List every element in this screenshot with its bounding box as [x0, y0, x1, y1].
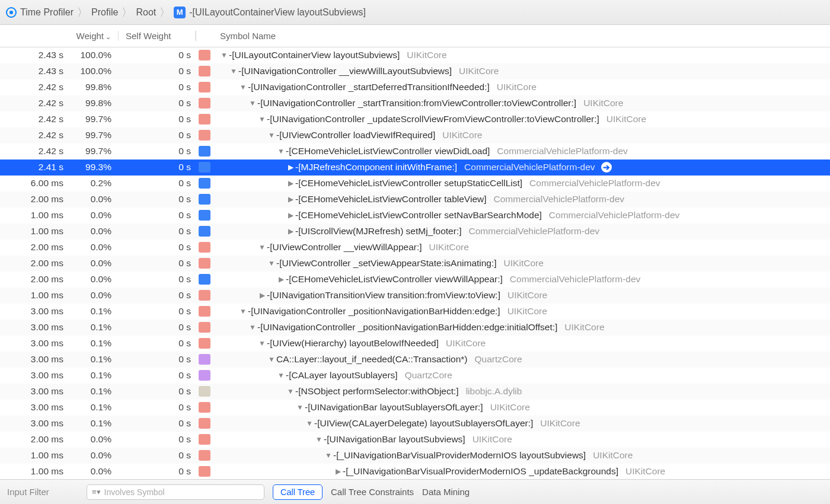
disclosure-triangle-icon[interactable]: ▶	[286, 163, 295, 171]
weight-pct: 100.0%	[68, 50, 119, 60]
table-row[interactable]: 1.00 ms0.0%0 s▶-[_UINavigationBarVisualP…	[0, 464, 830, 479]
disclosure-triangle-icon[interactable]: ▼	[267, 259, 276, 267]
table-row[interactable]: 3.00 ms0.1%0 s▼-[UINavigationController …	[0, 304, 830, 320]
weight-pct: 100.0%	[68, 66, 119, 76]
weight-time: 3.00 ms	[0, 418, 68, 429]
header-weight[interactable]: Weight⌄	[0, 31, 119, 41]
table-row[interactable]: 3.00 ms0.1%0 s▼-[UINavigationController …	[0, 320, 830, 336]
app-code-icon	[199, 274, 210, 285]
table-row[interactable]: 2.42 s99.7%0 s▼-[UIViewController loadVi…	[0, 127, 830, 143]
crumb-1[interactable]: Profile	[91, 7, 118, 18]
disclosure-triangle-icon[interactable]: ▶	[286, 195, 295, 203]
table-row[interactable]: 1.00 ms0.0%0 s▶-[CEHomeVehicleListViewCo…	[0, 208, 830, 224]
call-tree-constraints-button[interactable]: Call Tree Constraints	[331, 487, 414, 497]
symbol-name: -[CEHomeVehicleListViewController setupS…	[295, 178, 522, 189]
self-weight: 0 s	[119, 114, 196, 125]
weight-time: 3.00 ms	[0, 354, 68, 365]
table-row[interactable]: 3.00 ms0.1%0 s▼-[UIView(CALayerDelegate)…	[0, 416, 830, 432]
table-row[interactable]: 2.42 s99.7%0 s▼-[UINavigationController …	[0, 111, 830, 127]
disclosure-triangle-icon[interactable]: ▶	[286, 179, 295, 187]
table-row[interactable]: 2.41 s99.3%0 s▶-[MJRefreshComponent init…	[0, 160, 830, 176]
crumb-0[interactable]: Time Profiler	[20, 7, 74, 18]
table-row[interactable]: 2.42 s99.8%0 s▼-[UINavigationController …	[0, 95, 830, 111]
disclosure-triangle-icon[interactable]: ▶	[333, 467, 343, 476]
table-row[interactable]: 6.00 ms0.2%0 s▶-[CEHomeVehicleListViewCo…	[0, 176, 830, 192]
library-name: UIKitCore	[583, 98, 623, 109]
disclosure-triangle-icon[interactable]: ▼	[238, 83, 248, 91]
data-mining-button[interactable]: Data Mining	[422, 487, 470, 497]
disclosure-triangle-icon[interactable]: ▶	[257, 291, 267, 299]
self-weight: 0 s	[119, 290, 196, 301]
table-row[interactable]: 3.00 ms0.1%0 s▼-[UINavigationBar layoutS…	[0, 400, 830, 416]
input-filter-label[interactable]: Input Filter	[7, 487, 78, 497]
table-row[interactable]: 2.42 s99.7%0 s▼-[CEHomeVehicleListViewCo…	[0, 143, 830, 160]
table-row[interactable]: 1.00 ms0.0%0 s▶-[UINavigationTransitionV…	[0, 288, 830, 304]
filter-menu-icon[interactable]: ≡▾	[92, 487, 101, 496]
focus-arrow-icon[interactable]: ➔	[601, 162, 612, 173]
disclosure-triangle-icon[interactable]: ▼	[314, 435, 324, 444]
disclosure-triangle-icon[interactable]: ▼	[219, 51, 229, 59]
symbol-name: -[UIScrollView(MJRefresh) setMj_footer:]	[295, 226, 462, 237]
disclosure-triangle-icon[interactable]: ▼	[305, 419, 314, 428]
disclosure-triangle-icon[interactable]: ▶	[276, 275, 286, 283]
table-row[interactable]: 2.00 ms0.0%0 s▼-[UIViewController __view…	[0, 240, 830, 256]
disclosure-triangle-icon[interactable]: ▶	[286, 227, 295, 235]
crumb-leaf[interactable]: -[UILayoutContainerView layoutSubviews]	[189, 7, 366, 18]
header-self-weight[interactable]: Self Weight	[119, 31, 196, 41]
disclosure-triangle-icon[interactable]: ▶	[286, 211, 295, 219]
self-weight: 0 s	[119, 82, 196, 92]
self-weight: 0 s	[119, 354, 196, 365]
symbol-name: -[UIView(Hierarchy) layoutBelowIfNeeded]	[267, 338, 439, 349]
table-row[interactable]: 3.00 ms0.1%0 s▼-[CALayer layoutSublayers…	[0, 368, 830, 384]
table-row[interactable]: 2.43 s100.0%0 s▼-[UINavigationController…	[0, 63, 830, 79]
symbol-name: -[CALayer layoutSublayers]	[286, 370, 398, 381]
weight-time: 6.00 ms	[0, 178, 68, 189]
chevron-right-icon: 〉	[77, 5, 88, 20]
disclosure-triangle-icon[interactable]: ▼	[257, 339, 267, 347]
disclosure-triangle-icon[interactable]: ▼	[295, 403, 305, 412]
crumb-2[interactable]: Root	[136, 7, 156, 18]
disclosure-triangle-icon[interactable]: ▼	[267, 355, 276, 363]
library-name: CommercialVehiclePlatform-dev	[494, 194, 625, 205]
system-library-icon	[199, 402, 210, 413]
call-tree-table[interactable]: 2.43 s100.0%0 s▼-[UILayoutContainerView …	[0, 47, 830, 479]
table-row[interactable]: 2.00 ms0.0%0 s▼-[UINavigationBar layoutS…	[0, 432, 830, 448]
system-library-icon	[199, 258, 210, 269]
table-row[interactable]: 3.00 ms0.1%0 s▼-[NSObject performSelecto…	[0, 384, 830, 400]
symbol-name: -[UIView(CALayerDelegate) layoutSublayer…	[314, 418, 533, 429]
table-row[interactable]: 2.00 ms0.0%0 s▶-[CEHomeVehicleListViewCo…	[0, 192, 830, 208]
disclosure-triangle-icon[interactable]: ▼	[257, 115, 267, 123]
disclosure-triangle-icon[interactable]: ▼	[267, 131, 276, 139]
call-tree-button[interactable]: Call Tree	[273, 484, 323, 500]
self-weight: 0 s	[119, 338, 196, 349]
table-row[interactable]: 1.00 ms0.0%0 s▶-[UIScrollView(MJRefresh)…	[0, 224, 830, 240]
disclosure-triangle-icon[interactable]: ▼	[257, 243, 267, 251]
table-row[interactable]: 3.00 ms0.1%0 s▼CA::Layer::layout_if_need…	[0, 352, 830, 368]
table-row[interactable]: 2.00 ms0.0%0 s▶-[CEHomeVehicleListViewCo…	[0, 272, 830, 288]
weight-pct: 99.3%	[68, 162, 119, 173]
self-weight: 0 s	[119, 178, 196, 189]
disclosure-triangle-icon[interactable]: ▼	[229, 67, 238, 75]
disclosure-triangle-icon[interactable]: ▼	[276, 147, 286, 155]
library-name: UIKitCore	[446, 338, 486, 349]
header-symbol-name[interactable]: Symbol Name	[196, 31, 830, 41]
disclosure-triangle-icon[interactable]: ▼	[248, 99, 257, 107]
disclosure-triangle-icon[interactable]: ▼	[324, 451, 333, 460]
disclosure-triangle-icon[interactable]: ▼	[276, 371, 286, 379]
table-row[interactable]: 3.00 ms0.1%0 s▼-[UIView(Hierarchy) layou…	[0, 336, 830, 352]
weight-time: 3.00 ms	[0, 322, 68, 333]
library-name: CommercialVehiclePlatform-dev	[469, 226, 600, 237]
involves-symbol-field[interactable]: ≡▾ Involves Symbol	[87, 484, 264, 500]
weight-time: 1.00 ms	[0, 450, 68, 461]
table-row[interactable]: 2.42 s99.8%0 s▼-[UINavigationController …	[0, 79, 830, 95]
table-row[interactable]: 1.00 ms0.0%0 s▼-[_UINavigationBarVisualP…	[0, 448, 830, 464]
self-weight: 0 s	[119, 306, 196, 317]
disclosure-triangle-icon[interactable]: ▼	[286, 387, 295, 395]
table-row[interactable]: 2.43 s100.0%0 s▼-[UILayoutContainerView …	[0, 47, 830, 63]
library-name: UIKitCore	[606, 114, 646, 125]
library-name: CommercialVehiclePlatform-dev	[529, 178, 660, 189]
disclosure-triangle-icon[interactable]: ▼	[238, 307, 248, 315]
disclosure-triangle-icon[interactable]: ▼	[248, 323, 257, 331]
table-row[interactable]: 2.00 ms0.0%0 s▼-[UIViewController _setVi…	[0, 256, 830, 272]
weight-time: 3.00 ms	[0, 402, 68, 413]
